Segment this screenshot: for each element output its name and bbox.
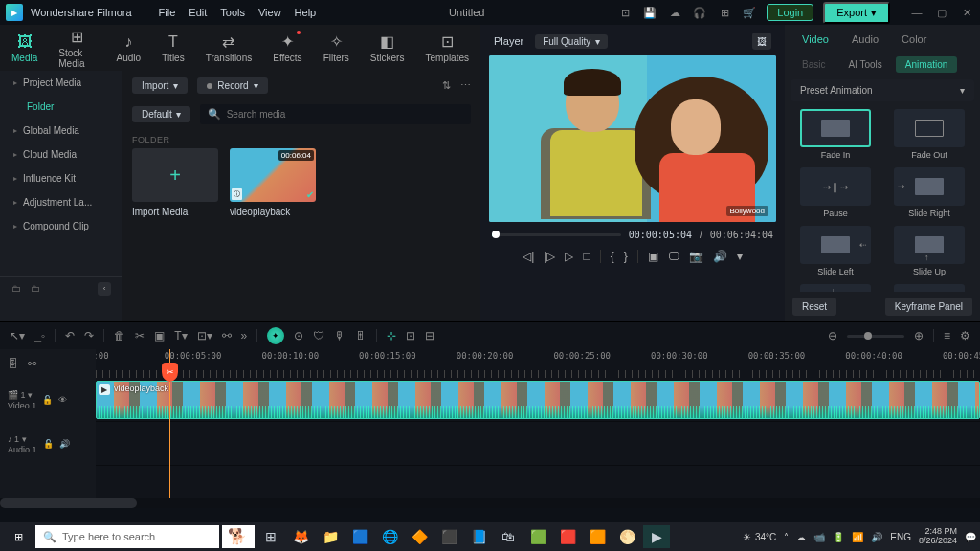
- inspector-sub-aitools[interactable]: AI Tools: [838, 56, 891, 73]
- inspector-tab-video[interactable]: Video: [794, 31, 836, 48]
- sidebar-project-media[interactable]: ▸Project Media: [0, 71, 122, 95]
- tab-titles[interactable]: TTitles: [162, 33, 185, 63]
- mixer-icon[interactable]: 🎚: [355, 329, 367, 342]
- sidebar-cloud-media[interactable]: ▸Cloud Media: [0, 143, 122, 166]
- chrome-icon[interactable]: 🌕: [613, 525, 640, 548]
- text-tool-icon[interactable]: T▾: [174, 329, 187, 342]
- cart-icon[interactable]: 🛒: [742, 5, 757, 20]
- menu-edit[interactable]: Edit: [189, 7, 207, 18]
- sidebar-collapse-button[interactable]: ‹: [98, 282, 111, 296]
- ai-tools-button[interactable]: ✦: [267, 327, 284, 344]
- anim-slide-down[interactable]: ↓Slide Down: [792, 284, 879, 292]
- video-track-header[interactable]: 🎬 1 ▾Video 1 🔓 👁: [0, 378, 96, 422]
- audio-track-header[interactable]: ♪ 1 ▾Audio 1 🔓 🔊: [0, 422, 96, 466]
- onedrive-icon[interactable]: ☁: [796, 532, 806, 542]
- lock-icon[interactable]: 🔓: [43, 439, 54, 449]
- language-icon[interactable]: ENG: [890, 532, 911, 542]
- wps-icon[interactable]: 🟥: [554, 525, 581, 548]
- meet-now-icon[interactable]: 📹: [813, 532, 825, 542]
- menu-tools[interactable]: Tools: [220, 7, 245, 18]
- play-button[interactable]: ▷: [565, 250, 573, 263]
- anim-slide-right[interactable]: ⇢Slide Right: [886, 167, 972, 218]
- import-media-tile[interactable]: + Import Media: [132, 148, 218, 217]
- word-icon[interactable]: 📘: [465, 525, 492, 548]
- pointer-tool-icon[interactable]: ↖▾: [10, 329, 25, 342]
- tab-audio[interactable]: ♪Audio: [117, 33, 142, 63]
- anim-pause[interactable]: ⇢ ∥ ⇢Pause: [792, 167, 879, 218]
- wifi-icon[interactable]: 📶: [852, 532, 863, 542]
- tray-battery-icon[interactable]: 🔋: [833, 532, 844, 542]
- zoom-slider[interactable]: [847, 335, 904, 338]
- screen-rec-icon[interactable]: ⊡: [617, 5, 633, 20]
- tab-templates[interactable]: ⊡Templates: [425, 33, 469, 63]
- menu-help[interactable]: Help: [295, 7, 317, 18]
- sidebar-folder[interactable]: Folder: [0, 95, 122, 119]
- maximize-button[interactable]: ▢: [934, 5, 949, 20]
- crop-tool-icon[interactable]: ▣: [154, 329, 165, 342]
- task-view-icon[interactable]: ⊞: [257, 525, 284, 548]
- close-button[interactable]: ✕: [959, 5, 974, 20]
- sidebar-influence-kit[interactable]: ▸Influence Kit: [0, 166, 122, 190]
- voice-icon[interactable]: 🎙: [334, 329, 345, 342]
- mute-icon[interactable]: 🔊: [59, 439, 70, 449]
- more-icon[interactable]: ⋯: [460, 79, 471, 92]
- new-bin-icon[interactable]: 🗀: [31, 283, 40, 294]
- tab-transitions[interactable]: ⇄Transitions: [206, 33, 253, 63]
- filmora-taskbar-icon[interactable]: ▶: [643, 525, 670, 548]
- menu-view[interactable]: View: [258, 7, 281, 18]
- media-clip-videoplayback[interactable]: 00:06:04 ⓘ ✔ videoplayback: [230, 148, 316, 217]
- track-display-icon[interactable]: ≡: [944, 329, 950, 342]
- snap-icon[interactable]: ⊹: [387, 329, 396, 342]
- view-default-button[interactable]: Default ▾: [132, 106, 190, 122]
- camera-icon[interactable]: 📷: [689, 250, 703, 263]
- store-icon[interactable]: 🛍: [495, 525, 522, 548]
- more-tools-icon[interactable]: »: [241, 329, 248, 342]
- inspector-tab-audio[interactable]: Audio: [844, 31, 886, 48]
- anim-slide-left[interactable]: ⇠Slide Left: [792, 226, 879, 276]
- settings-down-icon[interactable]: ▾: [737, 250, 743, 263]
- inspector-tab-color[interactable]: Color: [894, 31, 934, 48]
- anim-fade-in[interactable]: Fade In: [792, 109, 879, 160]
- anim-fade-out[interactable]: Fade Out: [886, 109, 972, 160]
- link-media-icon[interactable]: ⊟: [425, 329, 434, 342]
- keyframe-panel-button[interactable]: Keyframe Panel: [885, 298, 972, 316]
- headset-icon[interactable]: 🎧: [692, 5, 707, 20]
- menu-file[interactable]: File: [159, 7, 176, 18]
- mark-in-button[interactable]: {: [611, 250, 614, 263]
- tab-filters[interactable]: ✧Filters: [323, 33, 349, 63]
- anim-vortex-in[interactable]: ⟳Vortex In: [886, 284, 972, 292]
- link-icon[interactable]: ⚯: [222, 329, 232, 342]
- speed-icon[interactable]: ⊡▾: [197, 329, 212, 342]
- search-input[interactable]: [227, 109, 463, 120]
- step-back-button[interactable]: |▷: [544, 250, 555, 263]
- cloud-icon[interactable]: ☁: [667, 5, 682, 20]
- reset-button[interactable]: Reset: [792, 298, 836, 316]
- new-folder-icon[interactable]: 🗀: [11, 283, 21, 294]
- apps-icon[interactable]: ⊞: [717, 5, 732, 20]
- audio-track-1[interactable]: [96, 422, 980, 466]
- zoom-in-icon[interactable]: ⊕: [914, 329, 924, 342]
- lock-icon[interactable]: 🔓: [42, 395, 53, 405]
- tab-media[interactable]: 🖼Media: [11, 33, 37, 63]
- login-button[interactable]: Login: [767, 4, 813, 21]
- display-icon[interactable]: 🖵: [668, 250, 679, 263]
- track-settings-icon[interactable]: ⚙: [960, 329, 970, 342]
- volume-tray-icon[interactable]: 🔊: [871, 532, 882, 542]
- minimize-button[interactable]: —: [909, 5, 924, 20]
- explorer-icon[interactable]: 📁: [317, 525, 344, 548]
- inspector-sub-basic[interactable]: Basic: [792, 56, 835, 73]
- inspector-sub-animation[interactable]: Animation: [896, 56, 957, 73]
- sidebar-global-media[interactable]: ▸Global Media: [0, 119, 122, 143]
- video-clip[interactable]: ▶ videoplayback: [96, 381, 980, 419]
- export-button[interactable]: Export ▾: [823, 2, 890, 24]
- record-button[interactable]: Record ▾: [197, 77, 267, 94]
- snapshot-button[interactable]: 🖼: [752, 33, 771, 50]
- blade-tool-icon[interactable]: ⎯◦: [34, 329, 45, 342]
- preview-scrubber[interactable]: [492, 233, 621, 236]
- tab-stickers[interactable]: ◧Stickers: [370, 33, 405, 63]
- anydesk-icon[interactable]: 🟧: [584, 525, 611, 548]
- undo-icon[interactable]: ↶: [65, 329, 75, 342]
- preview-viewport[interactable]: Bollywood: [489, 55, 776, 222]
- save-icon[interactable]: 💾: [642, 5, 657, 20]
- firefox-icon[interactable]: 🦊: [287, 525, 314, 548]
